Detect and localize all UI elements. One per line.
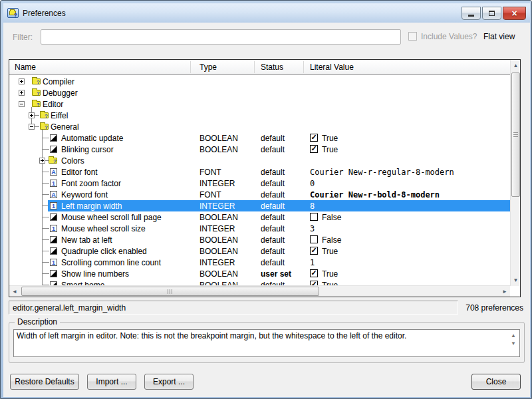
value-label: True	[322, 247, 338, 256]
preference-type: FONT	[200, 168, 221, 177]
expand-toggle[interactable]	[19, 78, 25, 84]
bool-icon	[50, 134, 57, 142]
tree-row[interactable]: ?Compiler	[9, 76, 510, 87]
preferences-tree-panel: Name Type Status Literal Value ?Compiler…	[9, 59, 521, 297]
preference-type: INTEGER	[200, 201, 235, 211]
bool-icon	[50, 146, 57, 153]
tree-row[interactable]: 1Left margin widthINTEGERdefault8	[9, 200, 510, 211]
tree-row[interactable]: 1Mouse wheel scroll sizeINTEGERdefault3	[9, 223, 510, 234]
tree-row[interactable]: Smart homeBOOLEANdefault✓True	[9, 279, 510, 285]
selected-preference-path: editor.general.left_margin_width	[9, 301, 458, 315]
tree-row[interactable]: ?Eiffel	[9, 110, 510, 121]
flat-view-button[interactable]: Flat view	[483, 32, 515, 41]
preference-type: INTEGER	[200, 224, 235, 233]
tree-row[interactable]: ?Editor	[9, 98, 510, 110]
tree-row[interactable]: ?General	[9, 121, 510, 132]
horizontal-scrollbar[interactable]: ◄ ►	[9, 285, 510, 297]
description-group: Description Width of left margin in edit…	[9, 322, 525, 363]
int-icon: 1	[50, 225, 57, 232]
dialog-client-area: Filter: Include Values? Flat view Name T…	[3, 23, 530, 397]
question-mark: ?	[45, 114, 48, 119]
tree-row[interactable]: AKeyword fontFONTdefaultCourier New-r-bo…	[9, 189, 510, 200]
close-window-button[interactable]: ×	[503, 7, 526, 20]
int-icon: 1	[50, 180, 57, 187]
scroll-right-icon[interactable]: ►	[499, 286, 510, 297]
close-icon: ×	[511, 9, 517, 18]
title-bar[interactable]: ? Preferences ×	[3, 3, 530, 23]
minimize-button[interactable]	[462, 7, 481, 20]
value-label: True	[322, 134, 338, 143]
export-button[interactable]: Export ...	[144, 374, 194, 390]
expand-toggle[interactable]	[19, 90, 25, 96]
tree-row[interactable]: 1Scrolling common line countINTEGERdefau…	[9, 257, 510, 268]
preference-type: BOOLEAN	[200, 235, 238, 245]
column-literal[interactable]: Literal Value	[310, 63, 354, 72]
value-checkbox[interactable]: ✓	[310, 281, 318, 285]
folder-icon: ?	[49, 158, 57, 164]
expand-toggle[interactable]	[29, 124, 35, 130]
filter-input[interactable]	[41, 29, 401, 45]
column-status[interactable]: Status	[261, 63, 283, 72]
preference-name: General	[51, 122, 79, 132]
tree-row[interactable]: Mouse wheel scroll full pageBOOLEANdefau…	[9, 211, 510, 223]
scroll-down-icon[interactable]: ▼	[511, 275, 521, 286]
import-button[interactable]: Import ...	[87, 374, 136, 390]
value-checkbox[interactable]: ✓	[310, 247, 318, 255]
tree-row[interactable]: Automatic updateBOOLEANdefault✓True	[9, 132, 510, 144]
expand-toggle[interactable]	[39, 158, 45, 164]
value-checkbox[interactable]: ✓	[310, 134, 318, 142]
maximize-icon	[489, 11, 495, 16]
expand-toggle[interactable]	[29, 112, 35, 118]
vertical-scrollbar[interactable]: ▲ ▼	[510, 60, 520, 286]
tree-row[interactable]: Quadruple click enabledBOOLEANdefault✓Tr…	[9, 245, 510, 257]
preference-name: Left margin width	[61, 201, 122, 211]
minimize-icon	[468, 15, 474, 17]
value-label: True	[322, 281, 338, 285]
plus-glyph	[21, 80, 22, 83]
scroll-up-icon[interactable]: ▲	[511, 60, 521, 71]
preference-status: default	[261, 190, 285, 200]
preference-name: Mouse wheel scroll size	[61, 224, 146, 233]
value-checkbox[interactable]: ✓	[310, 269, 318, 277]
tree-row[interactable]: Show line numbersBOOLEANuser set✓True	[9, 268, 510, 279]
tree-row[interactable]: New tab at leftBOOLEANdefaultFalse	[9, 234, 510, 245]
question-mark: ?	[37, 80, 40, 85]
preference-status: default	[261, 134, 285, 143]
preference-name: Eiffel	[51, 111, 68, 120]
int-icon: 1	[50, 202, 57, 209]
preference-name: Smart home	[61, 281, 104, 285]
minus-glyph	[30, 126, 33, 127]
include-values-checkbox[interactable]	[408, 32, 417, 41]
close-button[interactable]: Close	[471, 374, 521, 390]
value-checkbox[interactable]	[310, 235, 318, 243]
tree-row[interactable]: AEditor fontFONTdefaultCourier New-r-reg…	[9, 166, 510, 178]
vertical-scroll-thumb[interactable]	[511, 72, 520, 197]
tree-row[interactable]: ?Colors	[9, 155, 510, 166]
tree-row[interactable]: 1Font zoom factorINTEGERdefault0	[9, 178, 510, 189]
tree-row[interactable]: Blinking cursorBOOLEANdefault✓True	[9, 144, 510, 155]
preference-type: FONT	[200, 190, 221, 200]
preference-type: BOOLEAN	[200, 213, 238, 222]
check-icon: ✓	[311, 247, 317, 254]
description-scroll-down-icon[interactable]: ▼	[509, 340, 518, 348]
horizontal-scroll-thumb[interactable]	[21, 287, 319, 296]
folder-icon: ?	[40, 124, 49, 130]
expand-toggle[interactable]	[19, 101, 25, 107]
description-text-box[interactable]: Width of left margin in editor. Note: th…	[13, 329, 520, 357]
description-scroll-up-icon[interactable]: ▲	[509, 332, 518, 340]
preference-name: Font zoom factor	[61, 179, 121, 188]
question-mark: ?	[53, 159, 57, 164]
tree-row[interactable]: ?Debugger	[9, 87, 510, 98]
value-checkbox[interactable]: ✓	[310, 145, 318, 153]
preference-name: Editor	[43, 100, 63, 109]
scroll-left-icon[interactable]: ◄	[9, 286, 20, 297]
restore-defaults-button[interactable]: Restore Defaults	[10, 374, 79, 390]
value-text: 8	[310, 201, 315, 211]
tree-column-header[interactable]: Name Type Status Literal Value	[9, 60, 510, 75]
column-type[interactable]: Type	[200, 63, 217, 72]
check-icon: ✓	[311, 269, 317, 277]
maximize-button[interactable]	[482, 7, 501, 20]
column-name[interactable]: Name	[15, 63, 36, 72]
preferences-window: ? Preferences × Filter: Include Values? …	[0, 0, 532, 399]
value-checkbox[interactable]	[310, 213, 318, 221]
